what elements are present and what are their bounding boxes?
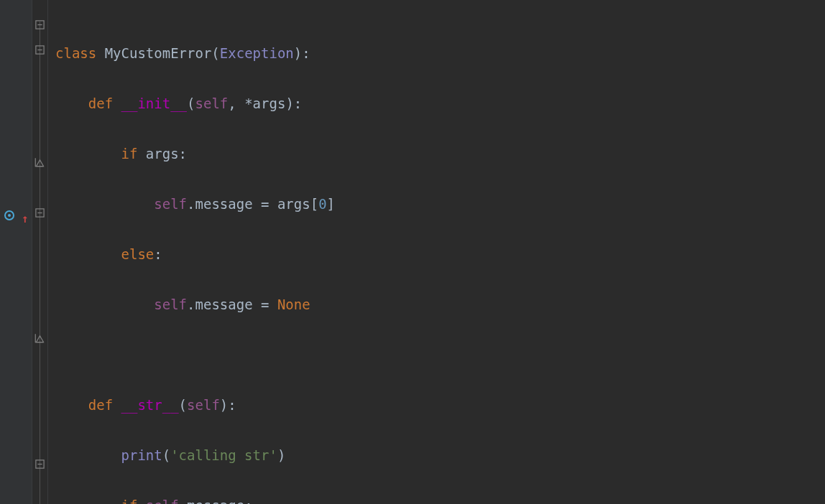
self-param: self xyxy=(195,95,229,111)
code-line[interactable]: def __str__(self): xyxy=(55,393,825,418)
code-line[interactable]: print('calling str') xyxy=(55,443,825,468)
fold-toggle-icon[interactable] xyxy=(34,45,45,55)
attr: message xyxy=(195,297,262,312)
print-call: print xyxy=(121,447,162,463)
param: args xyxy=(253,95,286,111)
self-param: self xyxy=(187,397,220,413)
base-class: Exception xyxy=(220,45,294,61)
string-literal: 'calling str' xyxy=(170,447,277,463)
code-line[interactable]: else: xyxy=(55,242,825,267)
keyword-def: def xyxy=(88,397,121,413)
code-line[interactable]: if args: xyxy=(55,141,825,167)
fold-end-icon[interactable] xyxy=(34,333,45,344)
none-literal: None xyxy=(277,297,310,312)
gutter: ↑ xyxy=(0,0,32,504)
self-ref: self xyxy=(154,297,187,312)
fold-toggle-icon[interactable] xyxy=(34,207,45,218)
self-ref: self xyxy=(154,196,187,212)
number-literal: 0 xyxy=(318,196,326,212)
code-line[interactable]: self.message = args[0] xyxy=(55,192,825,217)
keyword-def: def xyxy=(88,95,121,111)
fold-region xyxy=(32,0,48,504)
attr: message xyxy=(195,196,262,212)
code-line[interactable]: def __init__(self, *args): xyxy=(55,91,825,116)
code-line[interactable]: if self.message: xyxy=(55,493,825,504)
fold-end-icon[interactable] xyxy=(34,157,45,168)
keyword-if: if xyxy=(121,146,146,162)
fold-toggle-icon[interactable] xyxy=(34,19,45,30)
code-editor[interactable]: class MyCustomError(Exception): def __in… xyxy=(48,0,825,504)
fold-guide-line xyxy=(40,22,40,504)
keyword-class: class xyxy=(55,45,105,61)
code-line[interactable] xyxy=(55,342,825,368)
keyword-else: else xyxy=(121,246,155,262)
fold-toggle-icon[interactable] xyxy=(34,459,45,470)
code-line[interactable]: self.message = None xyxy=(55,292,825,317)
method-name: __str__ xyxy=(121,397,179,413)
keyword-if: if xyxy=(121,498,146,504)
code-line[interactable]: class MyCustomError(Exception): xyxy=(55,41,825,66)
class-name: MyCustomError xyxy=(105,45,212,61)
self-ref: self xyxy=(146,498,179,504)
override-icon[interactable]: ↑ xyxy=(4,207,14,220)
method-name: __init__ xyxy=(121,95,188,111)
attr: message xyxy=(187,498,244,504)
